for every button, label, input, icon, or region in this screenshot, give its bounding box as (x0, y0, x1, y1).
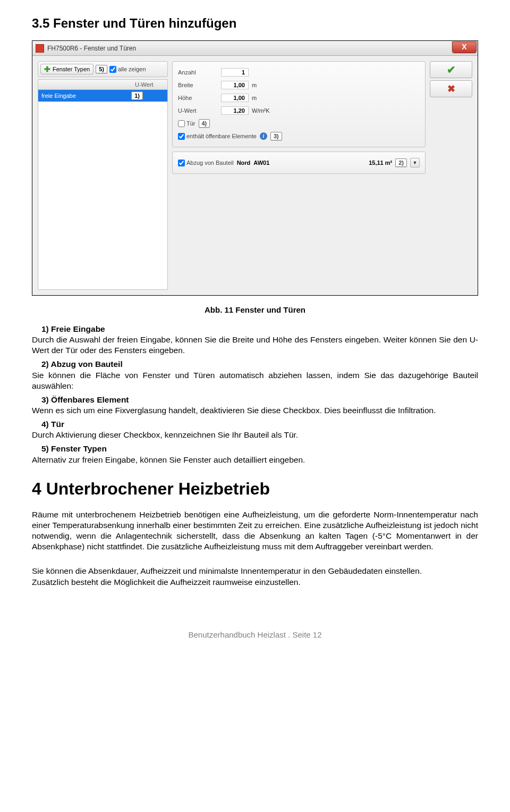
uwert-input[interactable]: 1,20 (221, 106, 249, 115)
chapter-heading: 4 Unterbrochener Heizbetrieb (32, 479, 478, 499)
page-footer: Benutzerhandbuch Heizlast . Seite 12 (32, 630, 478, 639)
item-1-heading: 1) Freie Eingabe (32, 324, 478, 334)
abzug-checkbox[interactable]: Abzug von Bauteil (178, 160, 234, 166)
breite-unit: m (252, 82, 257, 88)
uwert-label: U-Wert (178, 107, 218, 114)
abzug-label: Abzug von Bauteil (186, 160, 234, 166)
anzahl-label: Anzahl (178, 69, 218, 76)
tuer-label: Tür (186, 120, 196, 127)
bauteil-code: AW01 (253, 160, 269, 166)
bauteil-orientation: Nord (237, 160, 251, 166)
list-header: U-Wert (38, 80, 167, 90)
x-icon: ✖ (447, 83, 455, 95)
item-3-body: Wenn es sich um eine Fixverglasung hande… (32, 405, 478, 416)
titlebar: FH7500R6 - Fenster und Türen X (32, 41, 478, 56)
dialog-screenshot: FH7500R6 - Fenster und Türen X ✚ Fenster… (32, 40, 478, 296)
offenbar-label: enthält öffenbare Elemente (186, 133, 257, 139)
bauteil-area: 15,11 m² (369, 160, 392, 166)
list-row-selected[interactable]: freie Eingabe 1) (38, 90, 167, 102)
callout-5: 5) (96, 65, 107, 73)
tuer-checkbox[interactable]: Tür (178, 120, 196, 127)
callout-2: 2) (395, 158, 407, 167)
types-list[interactable]: U-Wert freie Eingabe 1) (38, 79, 168, 290)
item-4-body: Durch Aktivierung dieser Checkbox, kennz… (32, 430, 478, 440)
chevron-down-icon[interactable]: ▼ (410, 158, 420, 168)
item-1-body: Durch die Auswahl der freien Eingabe, kö… (32, 334, 478, 356)
item-4-heading: 4) Tür (32, 419, 478, 430)
callout-1: 1) (131, 91, 143, 100)
app-icon (36, 44, 44, 53)
item-5-heading: 5) Fenster Typen (32, 443, 478, 454)
item-5-body: Alternativ zur freien Eingabe, können Si… (32, 455, 478, 465)
show-all-input[interactable] (109, 66, 116, 73)
offenbar-checkbox[interactable]: enthält öffenbare Elemente (178, 133, 257, 140)
check-icon: ✔ (447, 63, 456, 76)
list-col-uwert: U-Wert (135, 81, 164, 88)
plus-icon: ✚ (44, 65, 50, 73)
section-heading: 3.5 Fenster und Türen hinzufügen (32, 16, 478, 31)
bauteil-group: Abzug von Bauteil Nord AW01 15,11 m² 2) … (172, 152, 426, 174)
item-2-heading: 2) Abzug von Bauteil (32, 359, 478, 370)
show-all-checkbox[interactable]: alle zeigen (109, 66, 146, 73)
info-icon[interactable]: i (260, 132, 267, 140)
breite-input[interactable]: 1,00 (221, 81, 249, 89)
uwert-unit: W/m²K (252, 107, 270, 114)
ok-button[interactable]: ✔ (430, 61, 472, 78)
add-type-button[interactable]: ✚ Fenster Typen (40, 64, 94, 74)
para-3: Zusätzlich besteht die Möglichkeit die A… (32, 577, 478, 588)
types-toolbar: ✚ Fenster Typen 5) alle zeigen (38, 61, 168, 77)
hoehe-label: Höhe (178, 95, 218, 101)
window-title: FH7500R6 - Fenster und Türen (47, 45, 136, 52)
figure-caption: Abb. 11 Fenster und Türen (32, 305, 478, 314)
item-3-heading: 3) Öffenbares Element (32, 395, 478, 405)
properties-group: Anzahl 1 Breite 1,00 m Höhe 1,00 m U-W (172, 61, 426, 147)
hoehe-unit: m (252, 95, 257, 101)
cancel-button[interactable]: ✖ (430, 80, 472, 97)
para-2: Sie können die Absenkdauer, Aufheizzeit … (32, 566, 478, 576)
anzahl-input[interactable]: 1 (221, 68, 249, 77)
breite-label: Breite (178, 82, 218, 88)
add-type-label: Fenster Typen (53, 66, 90, 72)
abzug-input[interactable] (178, 160, 185, 166)
offenbar-input[interactable] (178, 133, 185, 140)
tuer-input[interactable] (178, 120, 185, 127)
callout-3: 3) (270, 132, 282, 140)
callout-4: 4) (199, 119, 210, 128)
close-icon[interactable]: X (452, 41, 477, 53)
para-1: Räume mit unterbrochenem Heizbetrieb ben… (32, 509, 478, 553)
show-all-label: alle zeigen (118, 66, 146, 72)
list-row-name: freie Eingabe (41, 93, 131, 99)
hoehe-input[interactable]: 1,00 (221, 94, 249, 102)
item-2-body: Sie können die Fläche von Fenster und Tü… (32, 370, 478, 391)
